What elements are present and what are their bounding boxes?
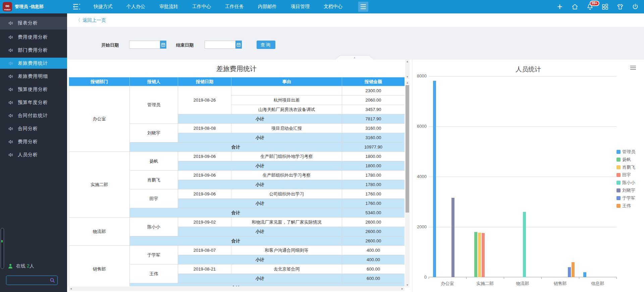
top-nav-item-1[interactable]: 快捷方式 xyxy=(94,4,112,10)
legend-swatch xyxy=(616,150,621,154)
sidebar-search-box xyxy=(6,276,58,285)
total-label-cell: 合计 xyxy=(130,142,342,152)
legend-item-肖鹏飞[interactable]: 肖鹏飞 xyxy=(616,163,635,171)
dept-cell: 销售部 xyxy=(69,246,130,287)
person-cell: 于学军 xyxy=(130,246,178,265)
x-axis-category-label: 物流部 xyxy=(504,281,541,287)
legend-item-田宇[interactable]: 田宇 xyxy=(616,171,635,179)
x-axis-category-label: 办公室 xyxy=(429,281,466,287)
top-nav-item-3[interactable]: 审批流转 xyxy=(159,4,178,10)
sidebar-item-4[interactable]: 差旅费用明细 xyxy=(0,71,67,82)
speaker-icon xyxy=(8,61,13,66)
x-axis-category-label: 销售部 xyxy=(541,281,579,287)
query-button[interactable]: 查询 xyxy=(257,41,275,49)
legend-swatch xyxy=(616,158,621,162)
bar-管理员-办公室[interactable] xyxy=(433,81,436,277)
scroll-right-arrow[interactable]: ► xyxy=(400,287,405,291)
sidebar-volume-pill[interactable] xyxy=(1,228,4,269)
start-date-input[interactable] xyxy=(129,41,160,49)
legend-item-陈小小[interactable]: 陈小小 xyxy=(616,179,635,186)
add-icon[interactable]: + xyxy=(556,3,564,11)
speaker-icon xyxy=(8,87,13,92)
search-icon[interactable] xyxy=(49,277,55,283)
bar-肖鹏飞-实施二部[interactable] xyxy=(478,233,481,278)
person-cell: 肖鹏飞 xyxy=(130,171,178,189)
sidebar-item-label: 费用使用分析 xyxy=(18,34,48,40)
scroll-left-arrow[interactable]: ◄ xyxy=(69,287,73,291)
sidebar-item-8[interactable]: 合同分析 xyxy=(0,123,67,134)
total-amount-cell: 5340.00 xyxy=(342,208,405,218)
sidebar-group-report-analysis[interactable]: 报表分析 xyxy=(0,17,67,30)
reason-cell: 山海关船厂厨房洗衣设备调试 xyxy=(231,105,342,114)
bar-陈小小-物流部[interactable] xyxy=(523,212,526,277)
top-nav-item-8[interactable]: 文档中心 xyxy=(324,4,342,10)
scroll-down-arrow[interactable]: ▼ xyxy=(405,75,410,79)
scroll-up-arrow[interactable]: ▲ xyxy=(405,81,410,85)
total-amount-cell xyxy=(342,283,405,287)
top-nav-item-2[interactable]: 个人办公 xyxy=(126,4,145,10)
theme-shirt-icon[interactable] xyxy=(616,3,624,11)
apps-grid-icon[interactable] xyxy=(601,3,609,11)
reason-cell: 生产部门组织外地学习考察 xyxy=(231,152,342,161)
bar-田宇-实施二部[interactable] xyxy=(482,233,485,277)
person-cell: 管理员 xyxy=(130,86,178,124)
amount-cell: 1760.00 xyxy=(342,189,405,199)
sidebar-item-2[interactable]: 部门费用分析 xyxy=(0,45,67,56)
end-date-input[interactable] xyxy=(205,41,235,49)
notifications-bell-icon[interactable]: 99+ xyxy=(586,3,594,11)
amount-cell: 2060.00 xyxy=(342,96,405,105)
start-date-label: 开始日期 xyxy=(101,42,119,48)
scroll-up-arrow[interactable]: ▲ xyxy=(405,60,410,64)
x-axis-tick xyxy=(466,277,467,279)
nav-collapse-icon[interactable] xyxy=(73,4,82,9)
start-date-calendar-button[interactable] xyxy=(160,41,166,49)
dept-cell: 实施二部 xyxy=(69,152,130,218)
sidebar-item-6[interactable]: 预算年度分析 xyxy=(0,97,67,108)
speaker-icon xyxy=(8,74,13,79)
sidebar-item-5[interactable]: 预算使用分析 xyxy=(0,84,67,95)
sidebar-search-input[interactable] xyxy=(6,277,49,284)
bar-王伟-销售部[interactable] xyxy=(572,262,575,277)
home-icon[interactable] xyxy=(571,3,579,11)
reason-cell: 杭州项目出差 xyxy=(231,96,342,105)
legend-item-于学军[interactable]: 于学军 xyxy=(616,194,635,202)
bar-扬帆-实施二部[interactable] xyxy=(474,232,477,277)
topbar-action-icons: + 99+ xyxy=(556,0,639,13)
reason-cell: 和物流厂家见面，了解厂家实际情况 xyxy=(231,218,342,227)
chart-menu-icon[interactable] xyxy=(630,66,636,70)
date-cell: 2019-08-21 xyxy=(178,265,231,274)
legend-item-扬帆[interactable]: 扬帆 xyxy=(616,156,635,163)
top-nav-item-6[interactable]: 内部邮件 xyxy=(258,4,277,10)
back-link[interactable]: 〈返回上一页 xyxy=(75,13,106,27)
power-logout-icon[interactable] xyxy=(631,3,639,11)
speaker-icon xyxy=(8,126,13,131)
sidebar-item-10[interactable]: 人员分析 xyxy=(0,149,67,160)
legend-item-刘晓宇[interactable]: 刘晓宇 xyxy=(616,186,635,194)
filter-area: 开始日期 结束日期 查询 ▲ xyxy=(67,27,644,60)
legend-item-管理员[interactable]: 管理员 xyxy=(616,148,635,156)
bar-刘晓宇-办公室[interactable] xyxy=(451,198,454,277)
top-nav-item-7[interactable]: 项目管理 xyxy=(291,4,310,10)
legend-item-王伟[interactable]: 王伟 xyxy=(616,202,635,210)
sidebar-item-7[interactable]: 合同付款统计 xyxy=(0,110,67,121)
x-axis-category-label: 实施二部 xyxy=(466,281,504,287)
person-cell: 扬帆 xyxy=(130,152,178,171)
more-menu-button[interactable] xyxy=(358,2,368,12)
top-nav-item-5[interactable]: 工作任务 xyxy=(225,4,244,10)
bar-于学军-销售部[interactable] xyxy=(568,267,571,277)
sidebar-item-3[interactable]: 差旅费用统计 xyxy=(0,58,67,69)
y-axis-tick-label: 2000 xyxy=(413,224,427,229)
column-header: 报销人 xyxy=(130,77,178,86)
sidebar-item-9[interactable]: 费用分析 xyxy=(0,136,67,147)
filter-collapse-handle[interactable]: ▲ xyxy=(335,55,374,60)
subtotal-label-cell: 小计 xyxy=(178,199,342,208)
end-date-calendar-button[interactable] xyxy=(235,41,242,49)
dept-cell: 物流部 xyxy=(69,218,130,246)
sidebar-item-1[interactable]: 费用使用分析 xyxy=(0,32,67,43)
top-nav-item-4[interactable]: 工作中心 xyxy=(192,4,211,10)
chart-title: 人员统计 xyxy=(413,65,644,74)
bar-管理员-信息部[interactable] xyxy=(583,272,586,277)
scrollbar-thumb[interactable] xyxy=(406,85,409,213)
speaker-icon xyxy=(8,139,13,144)
scroll-down-arrow[interactable]: ▼ xyxy=(405,283,410,287)
